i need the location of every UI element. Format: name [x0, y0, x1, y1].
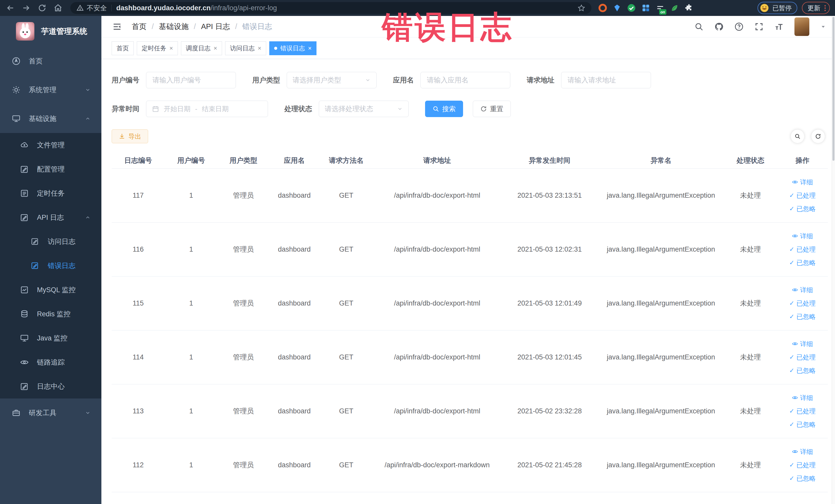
action-detail-link[interactable]: 详细 — [778, 175, 826, 189]
user-type-select[interactable]: 请选择用户类型 — [287, 72, 376, 88]
action-ignored-link[interactable]: ✓ 已忽略 — [778, 472, 826, 485]
extension-icon-shield[interactable] — [612, 3, 622, 13]
reset-button[interactable]: 重置 — [473, 101, 511, 117]
breadcrumb-api-log[interactable]: API 日志 — [201, 22, 230, 32]
sidebar-item-scheduled-jobs[interactable]: 定时任务 — [0, 181, 101, 205]
exception-time-range-picker[interactable]: 开始日期 - 结束日期 — [146, 101, 268, 117]
export-button[interactable]: 导出 — [111, 129, 148, 143]
search-icon[interactable] — [694, 22, 704, 31]
browser-menu-kebab-icon[interactable] — [824, 5, 826, 11]
app-logo[interactable]: 芋道管理系统 — [0, 16, 101, 47]
sidebar-item-config-management[interactable]: 配置管理 — [0, 157, 101, 181]
tag-error-log[interactable]: 错误日志× — [269, 41, 317, 55]
action-ignored-link[interactable]: ✓ 已忽略 — [778, 364, 826, 377]
action-ignored-link[interactable]: ✓ 已忽略 — [778, 310, 826, 323]
sidebar-item-tracing[interactable]: 链路追踪 — [0, 350, 101, 374]
sidebar-item-api-log[interactable]: API 日志 — [0, 205, 101, 229]
breadcrumb-separator: / — [152, 22, 154, 31]
extension-icon-switch-on[interactable]: on — [656, 3, 665, 13]
tab-close-icon[interactable]: × — [213, 45, 217, 52]
cell-exception-name: java.lang.IllegalArgumentException — [598, 222, 724, 276]
sidebar-item-file-management[interactable]: 文件管理 — [0, 133, 101, 157]
col-process-status: 处理状态 — [724, 153, 777, 168]
bookmark-star-icon[interactable] — [577, 4, 585, 12]
browser-update-button[interactable]: 更新 — [802, 2, 830, 14]
browser-reload-icon[interactable] — [37, 3, 47, 13]
action-detail-link[interactable]: 详细 — [778, 337, 826, 350]
url-host[interactable]: dashboard.yudao.iocoder.cn — [116, 4, 211, 12]
browser-back-icon[interactable] — [5, 3, 15, 13]
tab-close-icon[interactable]: × — [308, 45, 312, 52]
user-avatar[interactable] — [794, 18, 809, 36]
toggle-search-circle-button[interactable] — [791, 130, 804, 143]
extensions-puzzle-icon[interactable] — [684, 3, 694, 13]
process-status-select[interactable]: 请选择处理状态 — [319, 101, 409, 117]
breadcrumb-infrastructure[interactable]: 基础设施 — [159, 22, 189, 32]
action-detail-link[interactable]: 详细 — [778, 283, 826, 297]
tag-scheduled-jobs[interactable]: 定时任务× — [137, 41, 178, 55]
refresh-circle-button[interactable] — [811, 130, 825, 143]
process-status-label: 处理状态 — [284, 104, 312, 114]
browser-home-icon[interactable] — [53, 3, 63, 13]
sidebar-item-redis-monitor[interactable]: Redis 监控 — [0, 302, 101, 326]
extension-icon-grid-blue[interactable] — [641, 3, 650, 13]
extension-icon-check-green[interactable] — [627, 3, 636, 13]
browser-forward-icon[interactable] — [21, 3, 31, 13]
check-icon: ✓ — [789, 461, 794, 468]
cloud-upload-icon — [20, 141, 29, 149]
check-icon: ✓ — [789, 354, 794, 361]
tag-home[interactable]: 首页 — [111, 41, 134, 55]
sidebar-item-log-center[interactable]: 日志中心 — [0, 374, 101, 399]
cell-app-name: dashboard — [269, 168, 319, 222]
scrollbar-thumb[interactable] — [832, 17, 834, 161]
font-size-icon[interactable] — [774, 22, 784, 31]
security-label[interactable]: 不安全 — [87, 4, 107, 13]
action-processed-link[interactable]: ✓ 已处理 — [778, 458, 826, 472]
action-ignored-link[interactable]: ✓ 已忽略 — [778, 418, 826, 431]
avatar-caret-icon[interactable] — [820, 24, 826, 30]
sidebar-item-dev-tools[interactable]: 研发工具 — [0, 399, 101, 427]
action-ignored-link[interactable]: ✓ 已忽略 — [778, 256, 826, 269]
github-icon[interactable] — [714, 22, 724, 31]
url-path[interactable]: /infra/log/api-error-log — [211, 4, 277, 12]
app-name-input[interactable] — [421, 72, 510, 88]
sidebar-toggle-icon[interactable] — [111, 21, 122, 32]
page-scrollbar[interactable] — [832, 16, 835, 504]
address-bar[interactable]: 不安全 dashboard.yudao.iocoder.cn/infra/log… — [70, 2, 591, 14]
fullscreen-icon[interactable] — [754, 22, 763, 31]
sidebar-item-mysql-monitor[interactable]: MySQL 监控 — [0, 278, 101, 302]
action-detail-link[interactable]: 详细 — [778, 229, 826, 243]
action-label: 详细 — [800, 232, 813, 240]
sidebar-item-java-monitor[interactable]: Java 监控 — [0, 326, 101, 350]
sidebar-item-infrastructure[interactable]: 基础设施 — [0, 104, 101, 133]
extension-icon-leaf[interactable] — [670, 3, 679, 13]
tab-close-icon[interactable]: × — [258, 45, 261, 52]
user-id-input[interactable] — [146, 72, 236, 88]
action-processed-link[interactable]: ✓ 已处理 — [778, 350, 826, 364]
sidebar-item-error-log[interactable]: 错误日志 — [0, 254, 101, 278]
action-processed-link[interactable]: ✓ 已处理 — [778, 189, 826, 202]
action-processed-link[interactable]: ✓ 已处理 — [778, 297, 826, 310]
tab-close-icon[interactable]: × — [169, 45, 173, 52]
action-detail-link[interactable]: 详细 — [778, 445, 826, 458]
check-icon: ✓ — [789, 407, 794, 415]
request-url-input[interactable] — [561, 72, 651, 88]
action-ignored-link[interactable]: ✓ 已忽略 — [778, 202, 826, 216]
action-processed-link[interactable]: ✓ 已处理 — [778, 243, 826, 256]
sidebar-item-home[interactable]: 首页 — [0, 47, 101, 76]
help-icon[interactable] — [734, 22, 744, 31]
cell-app-name: dashboard — [269, 384, 319, 438]
tag-access-log[interactable]: 访问日志× — [225, 41, 266, 55]
action-detail-link[interactable]: 详细 — [778, 391, 826, 404]
action-processed-link[interactable]: ✓ 已处理 — [778, 404, 826, 418]
tag-schedule-log[interactable]: 调度日志× — [181, 41, 222, 55]
sidebar-item-access-log[interactable]: 访问日志 — [0, 229, 101, 254]
breadcrumb-home[interactable]: 首页 — [132, 22, 147, 32]
sidebar-item-system[interactable]: 系统管理 — [0, 76, 101, 104]
cell-exception-name: java.lang.IllegalArgumentException — [598, 276, 724, 330]
profile-paused-chip[interactable]: 已暂停 — [757, 2, 797, 14]
cell-request-url: /api/infra/db-doc/export-html — [373, 330, 501, 384]
search-button[interactable]: 搜索 — [425, 101, 463, 117]
cell-request-url: /api/infra/db-doc/export-html — [373, 222, 501, 276]
extension-icon-orange[interactable] — [598, 3, 607, 13]
